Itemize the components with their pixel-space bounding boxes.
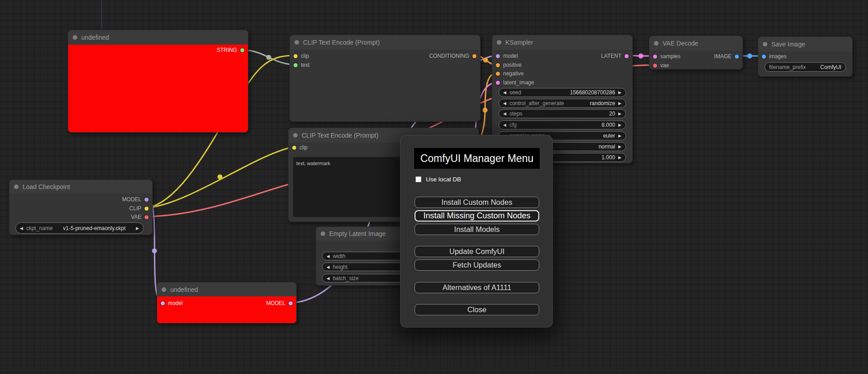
slot-label: images <box>769 53 787 60</box>
slot-label: CONDITIONING <box>429 53 469 59</box>
slot-dot-model[interactable] <box>289 301 293 305</box>
widget-ckpt-name[interactable]: ◀ ckpt_name v1-5-pruned-emaonly.ckpt ▶ <box>15 222 144 234</box>
widget-seed[interactable]: ◀ seed 156680208700286 ▶ <box>499 88 626 97</box>
reroute-dot[interactable] <box>747 54 752 59</box>
widget-value[interactable]: randomize <box>590 100 615 106</box>
slot-dot-latent[interactable] <box>625 54 629 58</box>
increment-icon[interactable]: ▶ <box>618 101 621 106</box>
close-button[interactable]: Close <box>415 304 539 315</box>
slot-dot-image[interactable] <box>735 55 739 59</box>
widget-value[interactable]: 1.000 <box>602 154 615 161</box>
node-title-bar[interactable]: KSampler <box>492 35 632 50</box>
decrement-icon[interactable]: ◀ <box>20 226 23 231</box>
decrement-icon[interactable]: ◀ <box>503 90 506 95</box>
reroute-dot[interactable] <box>483 58 488 63</box>
slot-dot-images[interactable] <box>762 55 766 59</box>
install-missing-custom-nodes-button[interactable]: Install Missing Custom Nodes <box>415 210 539 222</box>
update-comfyui-button[interactable]: Update ComfyUI <box>415 246 539 257</box>
increment-icon[interactable]: ▶ <box>618 144 621 149</box>
slot-dot-latent-image[interactable] <box>496 81 500 85</box>
use-local-db-label: Use local DB <box>426 176 461 183</box>
install-custom-nodes-button[interactable]: Install Custom Nodes <box>415 197 539 208</box>
slot-dot-vae[interactable] <box>653 64 657 68</box>
node-undefined-bottom[interactable]: undefined model MODEL <box>157 282 297 323</box>
widget-filename-prefix[interactable]: filename_prefix ComfyUI <box>765 62 846 72</box>
slot-dot-model[interactable] <box>145 198 149 202</box>
collapse-icon[interactable] <box>654 41 658 46</box>
collapse-icon[interactable] <box>73 35 77 40</box>
slot-dot-string[interactable] <box>240 48 244 52</box>
input-slot-negative: negative <box>496 70 523 77</box>
widget-value[interactable]: 156680208700286 <box>570 89 615 96</box>
install-models-button[interactable]: Install Models <box>415 224 539 235</box>
collapse-icon[interactable] <box>321 231 325 236</box>
widget-value[interactable]: euler <box>603 133 615 139</box>
slot-dot-samples[interactable] <box>653 55 657 59</box>
decrement-icon[interactable]: ◀ <box>503 123 506 127</box>
node-title-bar[interactable]: undefined <box>68 30 248 45</box>
input-slot-clip: clip <box>294 52 309 60</box>
collapse-icon[interactable] <box>14 185 19 189</box>
reroute-dot[interactable] <box>218 175 223 180</box>
node-title-bar[interactable]: Save Image <box>758 37 852 51</box>
widget-value[interactable]: 20 <box>609 111 615 117</box>
increment-icon[interactable]: ▶ <box>618 123 621 127</box>
node-title-bar[interactable]: Load Checkpoint <box>9 180 152 194</box>
node-save-image[interactable]: Save Image images filename_prefix ComfyU… <box>758 37 853 77</box>
slot-dot-text[interactable] <box>294 63 298 67</box>
widget-value[interactable]: v1-5-pruned-emaonly.ckpt <box>63 225 126 231</box>
reroute-dot[interactable] <box>483 108 488 113</box>
decrement-icon[interactable]: ◀ <box>327 276 330 281</box>
use-local-db-checkbox[interactable] <box>415 176 421 182</box>
slot-dot-negative[interactable] <box>496 72 500 76</box>
decrement-icon[interactable]: ◀ <box>327 254 330 259</box>
collapse-icon[interactable] <box>293 133 298 138</box>
node-graph-canvas[interactable]: undefined STRING CLIP Text Encode (Promp… <box>0 0 868 374</box>
slot-dot-clip[interactable] <box>294 54 298 58</box>
output-slot-clip: CLIP <box>129 205 149 212</box>
increment-icon[interactable]: ▶ <box>618 111 621 116</box>
widget-control-after-generate[interactable]: ◀ control_after_generate randomize ▶ <box>499 99 626 108</box>
node-undefined-top[interactable]: undefined STRING <box>68 30 248 133</box>
slot-dot-model[interactable] <box>496 54 500 58</box>
reroute-dot[interactable] <box>152 249 157 254</box>
increment-icon[interactable]: ▶ <box>136 226 139 231</box>
slot-dot-conditioning[interactable] <box>472 54 476 58</box>
widget-value[interactable]: ComfyUI <box>820 64 841 70</box>
decrement-icon[interactable]: ◀ <box>327 265 330 269</box>
increment-icon[interactable]: ▶ <box>618 155 621 160</box>
collapse-icon[interactable] <box>162 287 166 292</box>
input-slot-images: images <box>762 53 787 60</box>
input-slot-clip: clip <box>292 144 308 151</box>
node-load-checkpoint[interactable]: Load Checkpoint MODEL CLIP VAE ◀ ckpt_na… <box>9 180 153 235</box>
error-node-body <box>68 45 248 132</box>
increment-icon[interactable]: ▶ <box>618 90 621 95</box>
reroute-dot[interactable] <box>639 54 644 59</box>
widget-value[interactable]: 8.000 <box>602 122 615 128</box>
collapse-icon[interactable] <box>763 42 767 46</box>
node-title: Empty Latent Image <box>329 230 386 237</box>
node-title-bar[interactable]: undefined <box>157 282 296 296</box>
decrement-icon[interactable]: ◀ <box>503 111 506 116</box>
fetch-updates-button[interactable]: Fetch Updates <box>415 259 539 271</box>
node-title: VAE Decode <box>663 40 698 47</box>
reroute-dot[interactable] <box>266 55 271 60</box>
node-title-bar[interactable]: VAE Decode <box>649 36 742 51</box>
widget-cfg[interactable]: ◀ cfg 8.000 ▶ <box>499 120 626 129</box>
node-title-bar[interactable]: CLIP Text Encode (Prompt) <box>290 35 480 50</box>
slot-dot-clip[interactable] <box>145 207 149 211</box>
slot-dot-positive[interactable] <box>496 63 500 67</box>
alternatives-of-a1111-button[interactable]: Alternatives of A1111 <box>415 282 539 293</box>
collapse-icon[interactable] <box>497 40 501 45</box>
node-clip-text-encode-1[interactable]: CLIP Text Encode (Prompt) clip text COND… <box>289 35 481 122</box>
slot-dot-vae[interactable] <box>145 215 149 219</box>
node-title: undefined <box>170 286 198 293</box>
increment-icon[interactable]: ▶ <box>618 134 621 138</box>
collapse-icon[interactable] <box>294 40 299 45</box>
node-vae-decode[interactable]: VAE Decode samples vae IMAGE <box>649 36 743 69</box>
slot-dot-clip[interactable] <box>292 146 296 150</box>
widget-steps[interactable]: ◀ steps 20 ▶ <box>499 109 626 118</box>
decrement-icon[interactable]: ◀ <box>503 101 506 106</box>
slot-dot-model[interactable] <box>161 301 165 305</box>
widget-value[interactable]: normal <box>598 143 615 150</box>
